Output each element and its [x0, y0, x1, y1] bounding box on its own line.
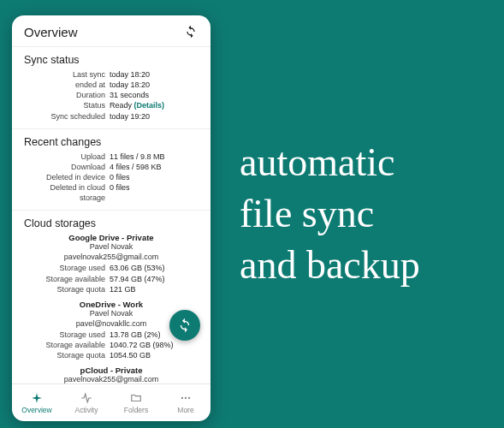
nav-label: Overview [21, 406, 51, 414]
row-value: 0 files [110, 172, 199, 182]
section-heading: Recent changes [24, 136, 199, 148]
changes-row: Deleted in cloud storage0 files [24, 182, 199, 203]
status-row: Sync scheduledtoday 19:20 [24, 111, 199, 122]
status-ready: Ready [110, 101, 132, 110]
nav-folders[interactable]: Folders [111, 384, 161, 421]
row-label: Status [24, 100, 110, 110]
row-label: Storage used [24, 263, 110, 273]
sync-icon [184, 25, 198, 39]
row-value: 1040.72 GB (98%) [110, 340, 199, 350]
marketing-line: automatic [240, 137, 420, 188]
row-label: ended at [24, 80, 110, 90]
storage-row: Storage quota1054.50 GB [24, 350, 199, 360]
nav-activity[interactable]: Activity [62, 384, 111, 421]
row-value: 63.06 GB (53%) [110, 263, 199, 273]
row-value: 4 files / 598 KB [110, 162, 199, 172]
sync-status-section: Sync status Last synctoday 18:20 ended a… [12, 47, 210, 129]
phone-frame: Overview Sync status Last synctoday 18:2… [12, 15, 210, 421]
storage-name: pCloud - Private [24, 366, 199, 375]
storage-row: Storage used63.06 GB (53%) [24, 263, 199, 273]
row-label: Download [24, 162, 110, 172]
storage-email: pavelnovak255@gmail.com [24, 253, 199, 261]
sync-button[interactable] [183, 24, 199, 39]
nav-label: More [177, 406, 193, 414]
cloud-storages-section: Cloud storages Google Drive - Private Pa… [12, 211, 210, 383]
changes-row: Upload11 files / 9.8 MB [24, 152, 199, 162]
page-title: Overview [24, 25, 78, 39]
storage-name: Google Drive - Private [24, 233, 199, 242]
nav-overview[interactable]: Overview [12, 384, 62, 421]
more-icon [179, 391, 193, 405]
fab-sync-button[interactable] [169, 310, 200, 341]
storage-row: Storage available57.94 GB (47%) [24, 274, 199, 284]
activity-icon [80, 391, 93, 405]
titlebar: Overview [12, 15, 210, 47]
row-value: today 18:20 [110, 69, 199, 80]
row-label: Storage available [24, 340, 110, 350]
storage-row: Storage available1040.72 GB (98%) [24, 340, 199, 350]
storage-user: Pavel Novak [24, 242, 199, 251]
content-scroll[interactable]: Sync status Last synctoday 18:20 ended a… [12, 47, 210, 383]
changes-row: Deleted in device0 files [24, 172, 199, 182]
changes-row: Download4 files / 598 KB [24, 162, 199, 172]
section-heading: Sync status [24, 54, 199, 66]
storage-block[interactable]: Google Drive - Private Pavel Novak pavel… [24, 233, 199, 294]
storage-row: Storage quota121 GB [24, 284, 199, 294]
storage-block[interactable]: pCloud - Private pavelnovak255@gmail.com… [24, 366, 199, 383]
nav-more[interactable]: More [161, 384, 210, 421]
status-row: ended attoday 18:20 [24, 80, 199, 90]
marketing-line: and backup [240, 240, 420, 291]
row-label: Upload [24, 152, 110, 162]
row-value: 121 GB [110, 284, 199, 294]
sparkle-icon [30, 391, 44, 405]
status-row: Duration31 seconds [24, 90, 199, 100]
row-value: 0 files [110, 182, 199, 203]
row-label: Last sync [24, 69, 110, 80]
nav-label: Activity [75, 406, 98, 414]
svg-point-2 [188, 397, 190, 399]
row-value: today 19:20 [110, 111, 199, 122]
row-value: 31 seconds [110, 90, 199, 100]
row-label: Storage quota [24, 350, 110, 360]
row-label: Deleted in device [24, 172, 110, 182]
row-label: Storage quota [24, 284, 110, 294]
marketing-text: automatic file sync and backup [240, 137, 420, 290]
row-label: Storage available [24, 274, 110, 284]
row-value: 1054.50 GB [110, 350, 199, 360]
storage-email: pavelnovak255@gmail.com [24, 375, 199, 383]
details-link[interactable]: (Details) [134, 101, 165, 110]
svg-point-1 [185, 397, 187, 399]
bottom-nav: Overview Activity Folders More [12, 383, 210, 421]
marketing-line: file sync [240, 188, 420, 240]
section-heading: Cloud storages [24, 217, 199, 229]
row-label: Storage used [24, 330, 110, 340]
row-label: Sync scheduled [24, 111, 110, 122]
row-value: 57.94 GB (47%) [110, 274, 199, 284]
folders-icon [129, 391, 143, 405]
recent-changes-section: Recent changes Upload11 files / 9.8 MB D… [12, 129, 210, 211]
row-label: Deleted in cloud storage [24, 182, 110, 203]
row-label: Duration [24, 90, 110, 100]
nav-label: Folders [124, 406, 148, 414]
sync-icon [177, 318, 193, 333]
row-value: Ready (Details) [110, 100, 199, 110]
status-row: StatusReady (Details) [24, 100, 199, 110]
row-value: 11 files / 9.8 MB [110, 152, 199, 162]
row-value: today 18:20 [110, 80, 199, 90]
storage-name: OneDrive - Work [24, 300, 199, 309]
svg-point-0 [181, 397, 183, 399]
status-row: Last synctoday 18:20 [24, 69, 199, 80]
